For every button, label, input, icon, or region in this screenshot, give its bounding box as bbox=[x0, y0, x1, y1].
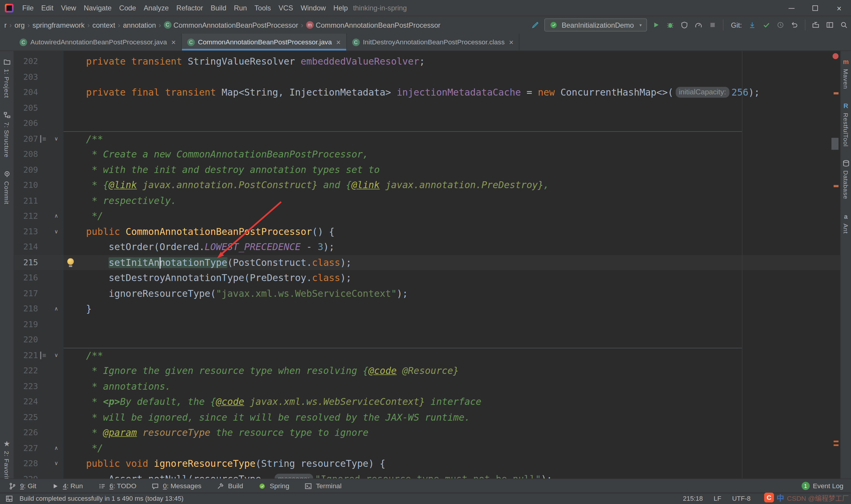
caret-position[interactable]: 215:18 bbox=[683, 495, 703, 503]
layout-icon[interactable] bbox=[825, 20, 835, 30]
toolwindow-button-commit[interactable]: Commit bbox=[2, 169, 12, 204]
line-number[interactable]: 206 bbox=[14, 115, 38, 131]
menu-run[interactable]: Run bbox=[230, 0, 251, 16]
line-number[interactable]: 219 bbox=[14, 317, 38, 332]
code-line-229[interactable]: 229 Assert.notNull(resourceType, message… bbox=[14, 471, 840, 479]
shelf-icon[interactable] bbox=[811, 20, 821, 30]
code-text[interactable]: * with the init and destroy annotation t… bbox=[64, 162, 380, 177]
line-number[interactable]: 225 bbox=[14, 409, 38, 425]
stripe-mark[interactable] bbox=[834, 185, 838, 187]
menu-code[interactable]: Code bbox=[115, 0, 140, 16]
line-number[interactable]: 227 bbox=[14, 440, 38, 456]
code-line-204[interactable]: 204 private final transient Map<String, … bbox=[14, 85, 840, 100]
code-text[interactable]: setDestroyAnnotationType(PreDestroy.clas… bbox=[64, 270, 351, 286]
fold-start-icon[interactable]: ∨ bbox=[54, 224, 58, 239]
line-number[interactable]: 221 bbox=[14, 347, 38, 363]
line-number[interactable]: 208 bbox=[14, 146, 38, 162]
breadcrumb-item[interactable]: CCommonAnnotationBeanPostProcessor bbox=[162, 20, 300, 30]
code-text[interactable]: * {@link javax.annotation.PostConstruct}… bbox=[64, 177, 549, 193]
toolwindow-button-7-structure[interactable]: 7: Structure bbox=[2, 110, 12, 157]
code-line-223[interactable]: 223 * annotations. bbox=[14, 378, 840, 394]
maximize-button[interactable] bbox=[803, 0, 827, 16]
code-line-218[interactable]: 218∧ } bbox=[14, 301, 840, 317]
menu-analyze[interactable]: Analyze bbox=[140, 0, 173, 16]
menu-tools[interactable]: Tools bbox=[251, 0, 275, 16]
menu-refactor[interactable]: Refactor bbox=[173, 0, 207, 16]
toolwindow-button-todo[interactable]: 6: TODO bbox=[97, 481, 137, 491]
breadcrumb-item[interactable]: context bbox=[91, 20, 117, 30]
search-everywhere-icon[interactable] bbox=[839, 20, 849, 30]
code-text[interactable]: setOrder(Ordered.LOWEST_PRECEDENCE - 3); bbox=[64, 239, 334, 255]
code-text[interactable]: /** bbox=[64, 347, 103, 363]
fold-start-icon[interactable]: ∨ bbox=[54, 347, 58, 363]
code-line-208[interactable]: 208 * Create a new CommonAnnotationBeanP… bbox=[14, 146, 840, 162]
fold-start-icon[interactable]: ∨ bbox=[54, 456, 58, 471]
line-number[interactable]: 203 bbox=[14, 69, 38, 85]
code-line-207[interactable]: 207≡∨ /** bbox=[14, 131, 840, 146]
editor[interactable]: 202 private transient StringValueResolve… bbox=[14, 51, 840, 479]
line-number[interactable]: 228 bbox=[14, 456, 38, 471]
fold-end-icon[interactable]: ∧ bbox=[54, 209, 58, 224]
tab-close-icon[interactable]: × bbox=[171, 38, 176, 47]
menu-edit[interactable]: Edit bbox=[37, 0, 57, 16]
code-line-227[interactable]: 227∧ */ bbox=[14, 440, 840, 456]
code-text[interactable]: * Ignore the given resource type when re… bbox=[64, 363, 458, 378]
code-text[interactable]: /** bbox=[64, 131, 103, 146]
stripe-mark[interactable] bbox=[831, 138, 838, 150]
menu-window[interactable]: Window bbox=[297, 0, 330, 16]
profiler-button[interactable] bbox=[693, 20, 703, 30]
code-text[interactable]: Assert.notNull(resourceType, message:"Ig… bbox=[64, 471, 552, 479]
code-line-216[interactable]: 216 setDestroyAnnotationType(PreDestroy.… bbox=[14, 270, 840, 286]
menu-view[interactable]: View bbox=[57, 0, 80, 16]
line-number[interactable]: 220 bbox=[14, 332, 38, 347]
code-area[interactable]: 202 private transient StringValueResolve… bbox=[14, 51, 840, 479]
debug-button[interactable] bbox=[665, 20, 675, 30]
code-text[interactable]: * respectively. bbox=[64, 193, 176, 209]
menu-build[interactable]: Build bbox=[207, 0, 230, 16]
tab-close-icon[interactable]: × bbox=[336, 38, 341, 47]
code-text[interactable]: } bbox=[64, 301, 92, 317]
line-number[interactable]: 214 bbox=[14, 239, 38, 255]
code-line-210[interactable]: 210 * {@link javax.annotation.PostConstr… bbox=[14, 177, 840, 193]
code-line-209[interactable]: 209 * with the init and destroy annotati… bbox=[14, 162, 840, 177]
toolwindow-button-database[interactable]: Database bbox=[841, 159, 851, 199]
line-number[interactable]: 217 bbox=[14, 286, 38, 301]
breadcrumb-item[interactable]: annotation bbox=[121, 20, 158, 30]
line-number[interactable]: 209 bbox=[14, 162, 38, 177]
breadcrumb-item[interactable]: springframework bbox=[31, 20, 86, 30]
code-line-221[interactable]: 221≡∨ /** bbox=[14, 347, 840, 363]
line-number[interactable]: 211 bbox=[14, 193, 38, 209]
line-number[interactable]: 212 bbox=[14, 209, 38, 224]
toolwindow-button-1-project[interactable]: 1: Project bbox=[2, 57, 12, 98]
code-line-222[interactable]: 222 * Ignore the given resource type whe… bbox=[14, 363, 840, 378]
tab-close-icon[interactable]: × bbox=[509, 38, 513, 47]
line-number[interactable]: 213 bbox=[14, 224, 38, 239]
event-log-button[interactable]: 1 Event Log bbox=[801, 482, 844, 490]
run-config-selector[interactable]: BeanInitializationDemo ▼ bbox=[544, 18, 647, 32]
toolwindow-button-terminal[interactable]: Terminal bbox=[303, 481, 342, 491]
code-text[interactable]: * @param resourceType the resource type … bbox=[64, 425, 368, 440]
commit-button[interactable] bbox=[761, 20, 771, 30]
tab-commonannotationbeanpostprocessor-java[interactable]: CCommonAnnotationBeanPostProcessor.java× bbox=[182, 34, 347, 51]
code-text[interactable]: public void ignoreResourceType(String re… bbox=[64, 456, 385, 471]
breadcrumb-item[interactable]: r bbox=[3, 20, 8, 30]
close-button[interactable]: × bbox=[827, 0, 851, 16]
error-stripe[interactable] bbox=[829, 51, 840, 479]
code-text[interactable]: * will be ignored, since it will be reso… bbox=[64, 409, 470, 425]
code-line-205[interactable]: 205 bbox=[14, 100, 840, 115]
toolwindow-button-maven[interactable]: mMaven bbox=[841, 57, 851, 89]
fold-end-icon[interactable]: ∧ bbox=[54, 440, 58, 456]
code-text[interactable]: * Create a new CommonAnnotationBeanPostP… bbox=[64, 146, 368, 162]
rollback-button[interactable] bbox=[790, 20, 799, 30]
minimize-button[interactable] bbox=[779, 0, 803, 16]
code-line-215[interactable]: 215 setInitAnnotationType(PostConstruct.… bbox=[14, 255, 840, 270]
line-number[interactable]: 207 bbox=[14, 131, 38, 146]
toolwindow-button-git[interactable]: 9: Git bbox=[8, 481, 36, 491]
menu-vcs[interactable]: VCS bbox=[275, 0, 297, 16]
line-number[interactable]: 223 bbox=[14, 378, 38, 394]
code-text[interactable]: */ bbox=[64, 209, 103, 224]
stripe-mark[interactable] bbox=[833, 53, 838, 59]
line-number[interactable]: 205 bbox=[14, 100, 38, 115]
code-line-217[interactable]: 217 ignoreResourceType("javax.xml.ws.Web… bbox=[14, 286, 840, 301]
code-text[interactable]: setInitAnnotationType(PostConstruct.clas… bbox=[64, 255, 351, 270]
